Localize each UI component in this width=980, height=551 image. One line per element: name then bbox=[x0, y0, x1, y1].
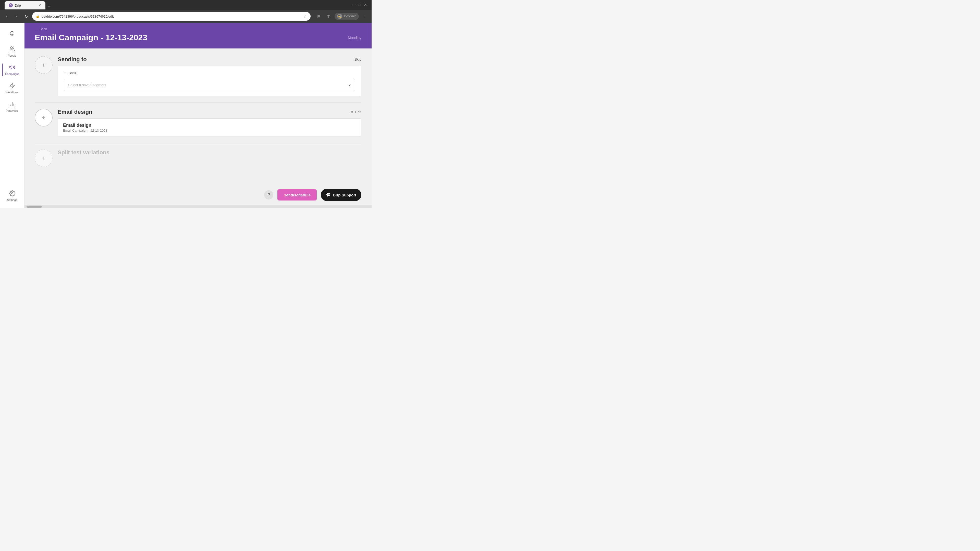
url-text: getdrip.com/7641396/broadcasts/318674615… bbox=[41, 14, 302, 18]
email-design-row: + Email design ✏ Edit Email design Email… bbox=[35, 109, 361, 137]
drip-support-button[interactable]: 💬 Drip Support bbox=[321, 189, 361, 201]
address-bar[interactable]: 🔒 getdrip.com/7641396/broadcasts/3186746… bbox=[32, 12, 310, 21]
horizontal-scrollbar[interactable] bbox=[24, 205, 372, 208]
back-inner-arrow-icon: ← bbox=[64, 71, 67, 75]
refresh-button[interactable]: ↻ bbox=[22, 13, 30, 20]
main-layout: ☺ People bbox=[0, 23, 372, 208]
split-test-title: Split test variations bbox=[58, 149, 361, 156]
help-button[interactable]: ? bbox=[264, 190, 273, 200]
chevron-down-icon: ∨ bbox=[348, 83, 351, 87]
sidebar-item-settings[interactable]: Settings bbox=[2, 188, 22, 204]
people-icon bbox=[9, 46, 15, 53]
svg-marker-2 bbox=[10, 83, 14, 88]
bookmark-icon[interactable]: ☆ bbox=[304, 14, 307, 18]
email-design-info: Email design Email Campaign - 12-13-2023 bbox=[63, 123, 356, 132]
back-button[interactable]: ← Back bbox=[35, 27, 361, 31]
main-content: + Sending to Skip ← Back Select a saved … bbox=[24, 48, 372, 208]
edit-button[interactable]: ✏ Edit bbox=[351, 110, 361, 114]
new-tab-button[interactable]: + bbox=[45, 3, 52, 10]
campaigns-label: Campaigns bbox=[5, 73, 19, 76]
sending-to-add-button[interactable]: + bbox=[35, 56, 52, 74]
lock-icon: 🔒 bbox=[36, 14, 40, 18]
maximize-icon[interactable]: □ bbox=[359, 3, 361, 7]
browser-tabs: D Drip ✕ + bbox=[3, 0, 55, 10]
page-header: ← Back Email Campaign - 12-13-2023 Moodj… bbox=[24, 23, 372, 48]
split-test-add-button[interactable]: + bbox=[35, 149, 52, 167]
send-schedule-button[interactable]: Send/schedule bbox=[277, 189, 317, 200]
back-inner-button[interactable]: ← Back bbox=[64, 71, 355, 75]
tab-favicon: D bbox=[9, 3, 13, 7]
header-row: Email Campaign - 12-13-2023 Moodjoy bbox=[35, 33, 361, 42]
logo-icon: ☺ bbox=[8, 30, 16, 37]
analytics-label: Analytics bbox=[6, 109, 18, 112]
back-nav-button[interactable]: ‹ bbox=[3, 13, 10, 20]
active-tab[interactable]: D Drip ✕ bbox=[5, 1, 45, 10]
sending-to-panel: ← Back Select a saved segment ∨ bbox=[58, 66, 361, 96]
close-window-icon[interactable]: ✕ bbox=[364, 3, 367, 7]
bottom-action-bar: ? Send/schedule 💬 Drip Support bbox=[264, 189, 361, 201]
skip-button[interactable]: Skip bbox=[355, 57, 361, 62]
minimize-icon[interactable]: ─ bbox=[353, 3, 356, 7]
page-title: Email Campaign - 12-13-2023 bbox=[35, 33, 147, 42]
browser-actions: ⊞ ◫ 🕵 Incognito ⋮ bbox=[315, 13, 369, 20]
account-name: Moodjoy bbox=[348, 36, 361, 40]
campaigns-icon bbox=[9, 64, 15, 71]
people-label: People bbox=[8, 54, 16, 57]
email-design-card-title: Email design bbox=[63, 123, 356, 128]
segment-select-dropdown[interactable]: Select a saved segment ∨ bbox=[64, 79, 355, 91]
tab-label: Drip bbox=[15, 3, 21, 7]
back-arrow-icon: ← bbox=[35, 27, 38, 31]
workflows-label: Workflows bbox=[6, 91, 19, 94]
split-test-row: + Split test variations bbox=[35, 149, 361, 167]
email-design-add-button[interactable]: + bbox=[35, 109, 52, 127]
svg-point-0 bbox=[11, 47, 13, 49]
extensions-button[interactable]: ⊞ bbox=[315, 13, 322, 20]
browser-chrome: D Drip ✕ + ─ □ ✕ ‹ › ↻ 🔒 getdrip.com/764… bbox=[0, 0, 372, 23]
sidebar-item-workflows[interactable]: Workflows bbox=[2, 80, 22, 97]
menu-button[interactable]: ⋮ bbox=[361, 13, 369, 20]
pencil-icon: ✏ bbox=[351, 110, 354, 114]
email-design-card: Email design Email Campaign - 12-13-2023 bbox=[58, 118, 361, 137]
section-divider-1 bbox=[35, 102, 361, 103]
segment-placeholder-text: Select a saved segment bbox=[68, 83, 106, 87]
workflows-icon bbox=[9, 83, 15, 90]
incognito-label: Incognito bbox=[344, 14, 356, 18]
sending-to-content: Sending to Skip ← Back Select a saved se… bbox=[58, 56, 361, 96]
sidebar-item-campaigns[interactable]: Campaigns bbox=[2, 62, 22, 78]
content-area: ← Back Email Campaign - 12-13-2023 Moodj… bbox=[24, 23, 372, 208]
sending-to-header: Sending to Skip bbox=[58, 56, 361, 63]
email-design-title: Email design bbox=[58, 109, 92, 115]
sidebar-item-people[interactable]: People bbox=[2, 43, 22, 60]
email-design-content: Email design ✏ Edit Email design Email C… bbox=[58, 109, 361, 137]
active-indicator bbox=[2, 64, 3, 76]
sidebar: ☺ People bbox=[0, 23, 24, 208]
tab-close-icon[interactable]: ✕ bbox=[38, 3, 41, 7]
analytics-icon bbox=[9, 101, 15, 108]
forward-nav-button[interactable]: › bbox=[13, 13, 20, 20]
title-bar: D Drip ✕ + ─ □ ✕ bbox=[0, 0, 372, 10]
incognito-button[interactable]: 🕵 Incognito bbox=[334, 13, 359, 20]
email-design-header: Email design ✏ Edit bbox=[58, 109, 361, 115]
sidebar-logo[interactable]: ☺ bbox=[2, 27, 22, 39]
svg-marker-1 bbox=[10, 65, 12, 69]
browser-controls: ‹ › ↻ 🔒 getdrip.com/7641396/broadcasts/3… bbox=[0, 10, 372, 23]
drip-support-chat-icon: 💬 bbox=[326, 192, 331, 197]
settings-label: Settings bbox=[7, 198, 18, 202]
sidebar-item-analytics[interactable]: Analytics bbox=[2, 98, 22, 115]
sending-to-title: Sending to bbox=[58, 56, 87, 63]
scroll-thumb[interactable] bbox=[27, 206, 42, 208]
sending-to-row: + Sending to Skip ← Back Select a saved … bbox=[35, 56, 361, 96]
settings-icon bbox=[9, 190, 15, 197]
email-design-subtitle: Email Campaign - 12-13-2023 bbox=[63, 129, 356, 132]
split-test-content: Split test variations bbox=[58, 149, 361, 156]
profile-button[interactable]: ◫ bbox=[325, 13, 332, 20]
incognito-avatar: 🕵 bbox=[337, 14, 342, 19]
svg-point-7 bbox=[11, 192, 13, 194]
sidebar-item-wrapper-campaigns: Campaigns bbox=[2, 62, 22, 78]
